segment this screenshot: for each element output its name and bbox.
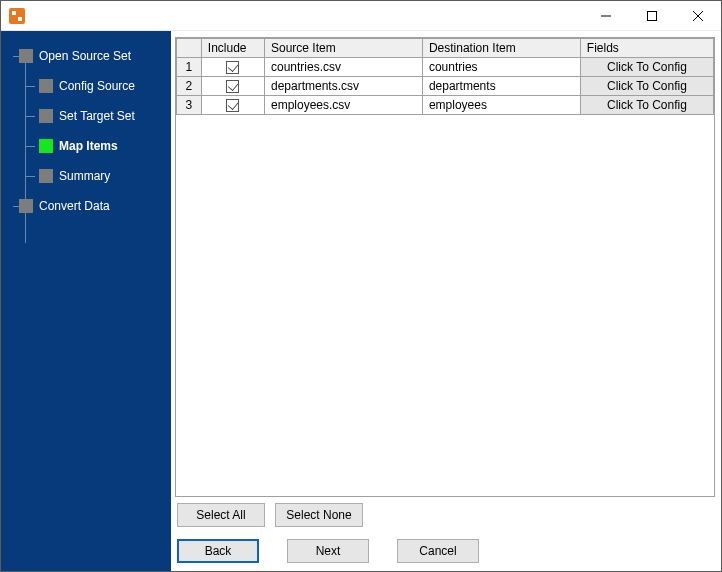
click-to-config-button[interactable]: Click To Config — [581, 58, 713, 76]
selection-row: Select All Select None — [175, 497, 715, 533]
close-button[interactable] — [675, 1, 721, 31]
destination-item-cell[interactable]: departments — [422, 77, 580, 96]
maximize-button[interactable] — [629, 1, 675, 31]
col-header-fields[interactable]: Fields — [580, 39, 713, 58]
wizard-step-config-source[interactable]: Config Source — [1, 71, 171, 101]
main-panel: Include Source Item Destination Item Fie… — [171, 31, 721, 571]
close-icon — [693, 11, 703, 21]
grid-corner — [177, 39, 202, 58]
titlebar — [1, 1, 721, 31]
nav-row: Back Next Cancel — [175, 533, 715, 565]
select-none-button[interactable]: Select None — [275, 503, 363, 527]
select-all-button[interactable]: Select All — [177, 503, 265, 527]
include-cell[interactable] — [201, 96, 264, 115]
svg-rect-1 — [648, 11, 657, 20]
source-item-cell[interactable]: employees.csv — [264, 96, 422, 115]
step-label: Summary — [59, 169, 110, 183]
items-grid[interactable]: Include Source Item Destination Item Fie… — [175, 37, 715, 497]
step-marker-icon — [39, 169, 53, 183]
step-label: Convert Data — [39, 199, 110, 213]
include-checkbox[interactable] — [226, 99, 239, 112]
minimize-button[interactable] — [583, 1, 629, 31]
row-number: 1 — [177, 58, 202, 77]
destination-item-cell[interactable]: countries — [422, 58, 580, 77]
maximize-icon — [647, 11, 657, 21]
wizard-step-open-source-set[interactable]: Open Source Set — [1, 41, 171, 71]
step-label: Config Source — [59, 79, 135, 93]
table-row[interactable]: 1countries.csvcountriesClick To Config — [177, 58, 714, 77]
wizard-step-summary[interactable]: Summary — [1, 161, 171, 191]
next-button[interactable]: Next — [287, 539, 369, 563]
minimize-icon — [601, 11, 611, 21]
step-marker-icon — [19, 199, 33, 213]
include-checkbox[interactable] — [226, 80, 239, 93]
cancel-button[interactable]: Cancel — [397, 539, 479, 563]
app-icon — [9, 8, 25, 24]
col-header-include[interactable]: Include — [201, 39, 264, 58]
step-label: Open Source Set — [39, 49, 131, 63]
step-marker-icon — [39, 79, 53, 93]
fields-cell: Click To Config — [580, 77, 713, 96]
step-marker-icon — [39, 139, 53, 153]
wizard-step-map-items[interactable]: Map Items — [1, 131, 171, 161]
col-header-dest[interactable]: Destination Item — [422, 39, 580, 58]
source-item-cell[interactable]: countries.csv — [264, 58, 422, 77]
step-label: Set Target Set — [59, 109, 135, 123]
back-button[interactable]: Back — [177, 539, 259, 563]
app-window: Open Source SetConfig SourceSet Target S… — [0, 0, 722, 572]
step-marker-icon — [39, 109, 53, 123]
click-to-config-button[interactable]: Click To Config — [581, 96, 713, 114]
step-marker-icon — [19, 49, 33, 63]
step-label: Map Items — [59, 139, 118, 153]
table-row[interactable]: 3employees.csvemployeesClick To Config — [177, 96, 714, 115]
wizard-sidebar: Open Source SetConfig SourceSet Target S… — [1, 31, 171, 571]
include-cell[interactable] — [201, 77, 264, 96]
row-number: 2 — [177, 77, 202, 96]
click-to-config-button[interactable]: Click To Config — [581, 77, 713, 95]
source-item-cell[interactable]: departments.csv — [264, 77, 422, 96]
row-number: 3 — [177, 96, 202, 115]
wizard-step-set-target-set[interactable]: Set Target Set — [1, 101, 171, 131]
wizard-step-convert-data[interactable]: Convert Data — [1, 191, 171, 221]
include-cell[interactable] — [201, 58, 264, 77]
fields-cell: Click To Config — [580, 96, 713, 115]
include-checkbox[interactable] — [226, 61, 239, 74]
col-header-source[interactable]: Source Item — [264, 39, 422, 58]
fields-cell: Click To Config — [580, 58, 713, 77]
destination-item-cell[interactable]: employees — [422, 96, 580, 115]
table-row[interactable]: 2departments.csvdepartmentsClick To Conf… — [177, 77, 714, 96]
